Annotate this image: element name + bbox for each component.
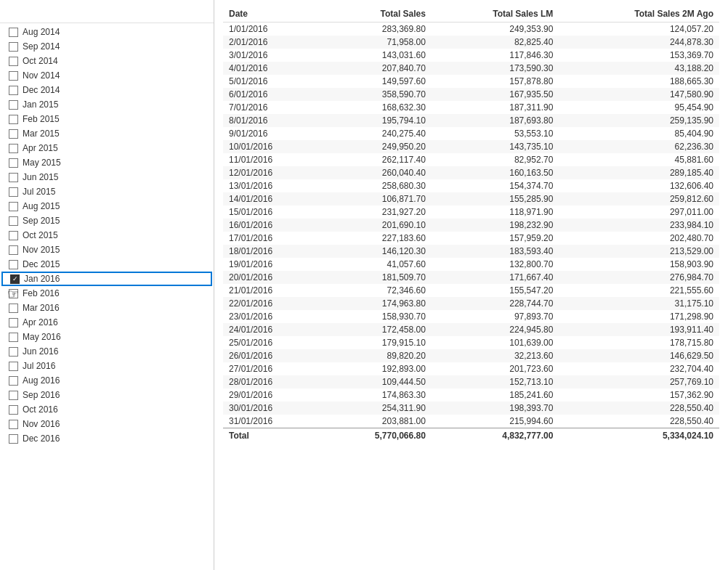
table-cell: 124,057.20 [559,23,719,36]
table-cell: 171,667.40 [432,271,559,284]
table-cell: 7/01/2016 [223,101,321,114]
table-row: 3/01/2016143,031.60117,846.30153,369.70 [223,49,719,62]
list-item-label: Mar 2015 [23,129,60,139]
list-item[interactable]: Mar 2015 [0,126,214,141]
checkbox [9,144,18,153]
list-item[interactable]: May 2016 [0,330,214,344]
footer-cell: Total [223,428,321,444]
data-table: DateTotal SalesTotal Sales LMTotal Sales… [223,6,719,443]
list-item[interactable]: Apr 2015 [0,141,214,155]
list-item[interactable]: Apr 2016 [0,315,214,330]
list-item[interactable]: May 2015 [0,155,214,170]
month-list-scroll[interactable]: Aug 2014Sep 2014Oct 2014Nov 2014Dec 2014… [0,23,214,570]
table-cell: 31,175.10 [559,297,719,310]
list-item[interactable]: Feb 2015 [0,112,214,126]
table-cell: 14/01/2016 [223,192,321,205]
table-row: 11/01/2016262,117.4082,952.7045,881.60 [223,153,719,166]
table-cell: 9/01/2016 [223,127,321,140]
list-item[interactable]: Aug 2014 [0,25,214,39]
checkbox [9,187,18,197]
list-item[interactable]: Sep 2014 [0,39,214,54]
list-item-label: Nov 2015 [23,245,60,255]
list-item[interactable]: Jan 2015 [0,97,214,112]
table-cell: 109,444.50 [321,375,432,388]
table-cell: 174,963.80 [321,297,432,310]
list-item[interactable]: Sep 2016 [0,388,214,402]
list-item-label: Aug 2014 [23,27,60,37]
table-cell: 1/01/2016 [223,23,321,36]
checkbox [9,71,18,81]
list-item-label: Jan 2016 [24,274,60,284]
table-row: 23/01/2016158,930.7097,893.70171,298.90 [223,310,719,323]
table-cell: 215,994.60 [432,415,559,428]
checkbox [9,260,18,269]
checkbox [10,274,20,284]
list-item[interactable]: Oct 2015 [0,228,214,243]
checkbox [9,405,18,415]
checkbox [9,216,18,226]
table-cell: 16/01/2016 [223,219,321,232]
list-item[interactable]: Feb 2016☞ [0,286,214,301]
checkbox [9,129,18,139]
table-cell: 117,846.30 [432,49,559,62]
panel-header [0,0,214,23]
list-item[interactable]: Aug 2016 [0,373,214,388]
table-cell: 297,011.00 [559,205,719,219]
table-row: 28/01/2016109,444.50152,713.10257,769.10 [223,375,719,388]
table-cell: 289,185.40 [559,166,719,179]
list-item[interactable]: Mar 2016 [0,301,214,315]
table-cell: 155,285.90 [432,192,559,205]
table-row: 2/01/201671,958.0082,825.40244,878.30 [223,36,719,49]
list-item[interactable]: Jun 2015 [0,170,214,184]
list-item[interactable]: Aug 2015 [0,199,214,213]
table-cell: 240,275.40 [321,127,432,140]
list-item[interactable]: Nov 2016 [0,417,214,431]
table-header: DateTotal SalesTotal Sales LMTotal Sales… [223,6,719,23]
table-cell: 26/01/2016 [223,349,321,362]
list-item[interactable]: Jun 2016 [0,344,214,359]
list-item[interactable]: Dec 2015 [0,257,214,272]
list-item[interactable]: Sep 2015 [0,213,214,228]
table-cell: 231,927.20 [321,205,432,219]
list-item[interactable]: Jul 2015 [0,184,214,199]
table-cell: 31/01/2016 [223,415,321,428]
list-item-label: Nov 2016 [23,419,60,429]
footer-cell: 4,832,777.00 [432,428,559,444]
list-item-label: Dec 2016 [23,433,60,444]
table-cell: 13/01/2016 [223,179,321,192]
table-cell: 181,509.70 [321,271,432,284]
list-item[interactable]: Jan 2016 [1,272,212,286]
table-cell: 41,057.60 [321,258,432,271]
list-item-label: Feb 2016 [23,288,60,298]
checkbox [9,420,18,429]
table-cell: 71,958.00 [321,36,432,49]
table-cell: 95,454.90 [559,101,719,114]
table-cell: 72,346.60 [321,284,432,297]
table-cell: 257,769.10 [559,375,719,388]
table-cell: 198,232.90 [432,219,559,232]
table-cell: 171,298.90 [559,310,719,323]
list-item[interactable]: Oct 2014 [0,54,214,68]
list-item[interactable]: Jul 2016 [0,359,214,373]
footer-cell: 5,334,024.10 [559,428,719,444]
table-cell: 11/01/2016 [223,153,321,166]
column-header-total-sales-lm: Total Sales LM [432,6,559,23]
checkbox [9,245,18,255]
table-row: 1/01/2016283,369.80249,353.90124,057.20 [223,23,719,36]
table-cell: 228,744.70 [432,297,559,310]
list-item[interactable]: Nov 2015 [0,243,214,257]
table-cell: 173,590.30 [432,62,559,75]
table-row: 22/01/2016174,963.80228,744.7031,175.10 [223,297,719,310]
table-cell: 132,800.70 [432,258,559,271]
checkbox [9,304,18,313]
list-item[interactable]: Dec 2014 [0,83,214,97]
table-cell: 221,555.60 [559,284,719,297]
table-cell: 32,213.60 [432,349,559,362]
table-cell: 82,825.40 [432,36,559,49]
table-cell: 254,311.90 [321,402,432,415]
list-item[interactable]: Oct 2016 [0,402,214,417]
list-item[interactable]: Dec 2016 [0,431,214,446]
table-row: 19/01/201641,057.60132,800.70158,903.90 [223,258,719,271]
list-item[interactable]: Nov 2014 [0,68,214,83]
table-cell: 258,680.30 [321,179,432,192]
